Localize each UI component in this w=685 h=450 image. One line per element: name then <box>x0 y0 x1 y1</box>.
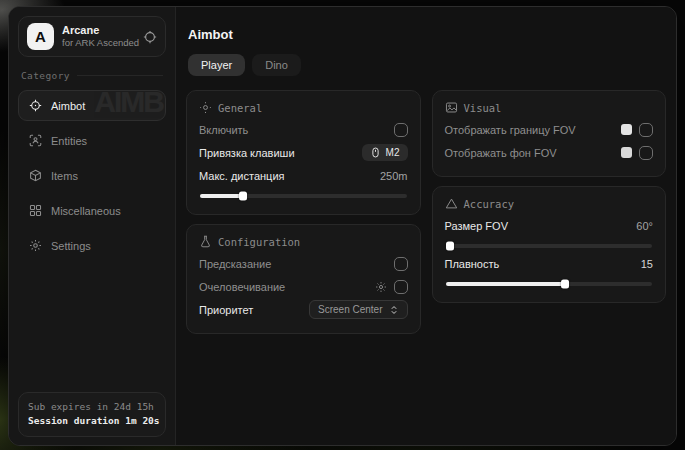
main-content: Aimbot Player Dino General <box>176 7 676 445</box>
enable-checkbox[interactable] <box>394 123 408 137</box>
humanize-checkbox[interactable] <box>394 280 408 294</box>
prediction-label: Предсказание <box>199 258 271 270</box>
setting-row-keybind: Привязка клавиши M2 <box>199 141 408 164</box>
smoothness-value: 15 <box>641 258 653 270</box>
priority-label: Приоритет <box>199 304 253 316</box>
panel-accuracy: Accuracy Размер FOV 60° Плавность 15 <box>432 186 667 303</box>
sub-expires-text: Sub expires in 24d 15h <box>28 400 156 415</box>
smoothness-label: Плавность <box>445 258 500 270</box>
target-icon[interactable] <box>143 30 157 44</box>
brand-card: A Arcane for ARK Ascended <box>18 16 166 57</box>
sidebar-item-label: Items <box>51 170 78 182</box>
setting-row-smoothness: Плавность 15 <box>445 252 654 275</box>
fov-size-value: 60° <box>636 220 653 232</box>
panel-general: General Включить Привязка клавиши M2 <box>186 90 421 215</box>
aimbot-watermark: AIMB <box>94 90 163 119</box>
humanize-settings-gear-icon[interactable] <box>375 281 387 293</box>
sidebar-item-entities[interactable]: Entities <box>18 125 166 156</box>
app-subtitle: for ARK Ascended <box>62 37 135 49</box>
panel-title: Configuration <box>218 236 300 248</box>
distance-slider[interactable] <box>200 194 407 198</box>
sidebar-item-label: Miscellaneous <box>51 205 121 217</box>
distance-label: Макс. дистанция <box>199 170 285 182</box>
fov-border-checkbox[interactable] <box>639 123 653 137</box>
accuracy-icon <box>445 197 458 210</box>
person-scan-icon <box>29 134 42 147</box>
prediction-checkbox[interactable] <box>394 257 408 271</box>
fov-border-label: Отображать границу FOV <box>445 124 576 136</box>
tab-bar: Player Dino <box>188 54 666 76</box>
panel-title: General <box>218 102 262 114</box>
panel-visual: Visual Отображать границу FOV Отображать… <box>432 90 667 177</box>
setting-row-fov-size: Размер FOV 60° <box>445 214 654 237</box>
sidebar-item-label: Aimbot <box>51 100 85 112</box>
category-label: Category <box>21 70 70 81</box>
subscription-card: Sub expires in 24d 15h Session duration … <box>18 392 166 437</box>
gear-icon <box>29 239 42 252</box>
sidebar-item-miscellaneous[interactable]: Miscellaneous <box>18 195 166 226</box>
page-title: Aimbot <box>188 27 666 42</box>
crosshair-icon <box>29 99 42 112</box>
smoothness-slider[interactable] <box>446 282 653 286</box>
sidebar-item-aimbot[interactable]: Aimbot AIMB <box>18 90 166 121</box>
visual-icon <box>445 101 458 114</box>
slider-thumb[interactable] <box>561 280 569 289</box>
keybind-button[interactable]: M2 <box>362 144 408 161</box>
fov-size-label: Размер FOV <box>445 220 508 232</box>
package-icon <box>29 169 42 182</box>
sidebar-nav: Aimbot AIMB Entities Items M <box>18 90 166 261</box>
enable-label: Включить <box>199 124 248 136</box>
fov-bg-checkbox[interactable] <box>639 146 653 160</box>
sidebar: A Arcane for ARK Ascended Category Aimbo… <box>9 7 176 445</box>
distance-value: 250m <box>380 170 408 182</box>
slider-thumb[interactable] <box>446 242 454 251</box>
fov-bg-color-swatch[interactable] <box>621 147 632 158</box>
priority-dropdown[interactable]: Screen Center <box>309 300 407 319</box>
configuration-icon <box>199 235 212 248</box>
app-name: Arcane <box>62 24 135 38</box>
app-logo: A <box>27 23 54 50</box>
humanize-label: Очеловечивание <box>199 281 285 293</box>
setting-row-distance: Макс. дистанция 250m <box>199 164 408 187</box>
setting-row-fov-bg: Отображать фон FOV <box>445 141 654 164</box>
sidebar-item-label: Settings <box>51 240 91 252</box>
chevrons-up-down-icon <box>389 305 399 315</box>
sidebar-item-items[interactable]: Items <box>18 160 166 191</box>
fov-size-slider[interactable] <box>446 244 653 248</box>
sidebar-item-settings[interactable]: Settings <box>18 230 166 261</box>
app-window: A Arcane for ARK Ascended Category Aimbo… <box>8 6 677 446</box>
setting-row-enable: Включить <box>199 118 408 141</box>
grid-icon <box>29 204 42 217</box>
category-header: Category <box>21 70 163 81</box>
setting-row-priority: Приоритет Screen Center <box>199 298 408 321</box>
fov-border-color-swatch[interactable] <box>621 124 632 135</box>
panel-title: Accuracy <box>464 198 515 210</box>
category-divider <box>77 75 163 76</box>
panel-title: Visual <box>464 102 502 114</box>
keybind-value: M2 <box>386 147 400 158</box>
keybind-label: Привязка клавиши <box>199 147 295 159</box>
fov-bg-label: Отображать фон FOV <box>445 147 557 159</box>
session-duration-text: Session duration 1m 20s <box>28 414 156 429</box>
priority-value: Screen Center <box>318 304 382 315</box>
tab-player[interactable]: Player <box>188 54 245 76</box>
setting-row-fov-border: Отображать границу FOV <box>445 118 654 141</box>
sidebar-item-label: Entities <box>51 135 87 147</box>
general-icon <box>199 101 212 114</box>
tab-dino[interactable]: Dino <box>252 54 301 76</box>
slider-thumb[interactable] <box>239 192 247 201</box>
setting-row-prediction: Предсказание <box>199 252 408 275</box>
setting-row-humanize: Очеловечивание <box>199 275 408 298</box>
mouse-icon <box>370 147 381 158</box>
panel-configuration: Configuration Предсказание Очеловечивани… <box>186 224 421 334</box>
